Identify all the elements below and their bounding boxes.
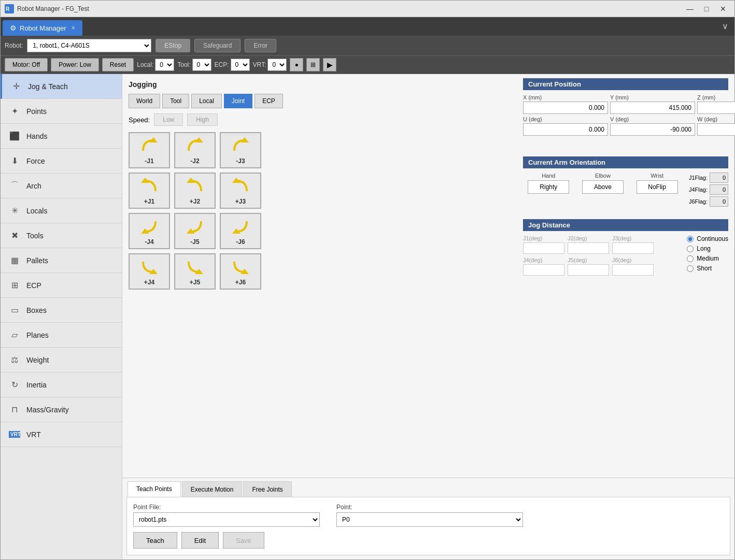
- jog-pos-j3[interactable]: +J3: [220, 173, 261, 209]
- radio-long[interactable]: Long: [687, 245, 728, 252]
- sidebar-item-weight[interactable]: ⚖ Weight: [1, 348, 122, 372]
- sidebar-item-hands[interactable]: ⬛ Hands: [1, 124, 122, 149]
- sidebar-item-planes[interactable]: ▱ Planes: [1, 323, 122, 348]
- tab-close-button[interactable]: ×: [72, 24, 75, 32]
- reset-button[interactable]: Reset: [102, 58, 134, 71]
- radio-short-input[interactable]: [687, 265, 694, 272]
- dist-j2-input[interactable]: [568, 242, 609, 254]
- terminal-icon-button[interactable]: ▶: [323, 58, 336, 71]
- pos-w-value[interactable]: [697, 123, 735, 136]
- speed-low-button[interactable]: Low: [154, 113, 183, 126]
- tab-free-joints[interactable]: Free Joints: [243, 481, 291, 497]
- jog-neg-j2[interactable]: -J2: [174, 132, 216, 168]
- local-select[interactable]: 0: [155, 59, 174, 71]
- jog-pos-j3-label: +J3: [235, 198, 246, 205]
- j1-flag-value[interactable]: [710, 173, 728, 183]
- dist-j6-input[interactable]: [612, 264, 654, 276]
- jog-mode-joint[interactable]: Joint: [224, 94, 252, 108]
- sidebar-item-boxes[interactable]: ▭ Boxes: [1, 298, 122, 323]
- sidebar-item-arch[interactable]: ⌒ Arch: [1, 174, 122, 198]
- robot-selector[interactable]: 1, robot1, C4-A601S: [27, 39, 151, 52]
- sidebar-item-force[interactable]: ⬇ Force: [1, 149, 122, 174]
- jog-neg-j5[interactable]: -J5: [174, 213, 216, 249]
- pos-z-value[interactable]: [697, 102, 735, 114]
- pos-x-value[interactable]: [523, 102, 608, 114]
- jog-neg-j6[interactable]: -J6: [220, 213, 261, 249]
- radio-continuous[interactable]: Continuous: [687, 235, 728, 242]
- orient-elbow-value[interactable]: [582, 180, 624, 194]
- j4-flag-label: J4Flag:: [689, 186, 708, 193]
- point-file-label: Point File:: [133, 504, 320, 511]
- current-position-section: Current Position X (mm): [517, 74, 734, 152]
- speed-row: Speed: Low High: [129, 113, 511, 126]
- error-button[interactable]: Error: [245, 39, 276, 52]
- jog-neg-j4[interactable]: -J4: [129, 213, 170, 249]
- minimize-button[interactable]: —: [683, 3, 697, 15]
- radio-long-input[interactable]: [687, 246, 694, 252]
- point-select[interactable]: P0: [336, 512, 523, 527]
- jog-mode-local[interactable]: Local: [191, 94, 222, 108]
- right-panels: Current Position X (mm): [517, 74, 734, 478]
- dist-j3-input[interactable]: [612, 242, 654, 254]
- jog-mode-ecp[interactable]: ECP: [255, 94, 283, 108]
- j4-flag-value[interactable]: [710, 184, 728, 195]
- sidebar-item-jog-teach[interactable]: ✛ Jog & Teach: [1, 74, 122, 99]
- radio-short[interactable]: Short: [687, 265, 728, 272]
- dist-j2: J2(deg): [568, 235, 609, 254]
- orient-hand-value[interactable]: [528, 180, 569, 194]
- sidebar-item-locals[interactable]: ✳ Locals: [1, 198, 122, 223]
- dist-j5-input[interactable]: [568, 264, 609, 276]
- sidebar-item-vrt[interactable]: VRT VRT: [1, 422, 122, 447]
- vrt-select[interactable]: 0: [267, 59, 287, 71]
- power-low-button[interactable]: Power: Low: [51, 58, 99, 71]
- maximize-button[interactable]: □: [699, 3, 714, 15]
- dist-j1-input[interactable]: [523, 242, 564, 254]
- jog-neg-j6-arrow: [230, 217, 251, 236]
- sidebar-item-ecp[interactable]: ⊞ ECP: [1, 273, 122, 298]
- estop-button[interactable]: EStop: [156, 39, 190, 52]
- point-file-select[interactable]: robot1.pts: [133, 512, 320, 527]
- teach-button[interactable]: Teach: [133, 532, 177, 549]
- safeguard-button[interactable]: Safeguard: [194, 39, 241, 52]
- jog-mode-tool[interactable]: Tool: [162, 94, 189, 108]
- jog-pos-j1[interactable]: +J1: [129, 173, 170, 209]
- pos-w: W (deg): [697, 116, 735, 136]
- pos-y-value[interactable]: [610, 102, 695, 114]
- pos-v-value[interactable]: [610, 123, 695, 136]
- j6-flag-value[interactable]: [710, 196, 728, 207]
- pos-u-value[interactable]: [523, 123, 608, 136]
- close-button[interactable]: ✕: [716, 3, 730, 15]
- save-button[interactable]: Save: [223, 532, 264, 549]
- radio-medium[interactable]: Medium: [687, 255, 728, 262]
- speed-high-button[interactable]: High: [187, 113, 218, 126]
- dist-j4-input[interactable]: [523, 264, 564, 276]
- jog-neg-j1[interactable]: -J1: [129, 132, 170, 168]
- ecp-select[interactable]: 0: [231, 59, 250, 71]
- sidebar-item-mass-gravity[interactable]: ⊓ Mass/Gravity: [1, 397, 122, 422]
- jog-pos-j2[interactable]: +J2: [174, 173, 216, 209]
- orient-wrist-value[interactable]: [637, 180, 678, 194]
- motor-off-button[interactable]: Motor: Off: [5, 58, 48, 71]
- grid-icon-button[interactable]: ⊞: [306, 58, 320, 71]
- tab-teach-points[interactable]: Teach Points: [128, 481, 181, 497]
- jog-pos-j5[interactable]: +J5: [174, 253, 216, 290]
- circle-icon-button[interactable]: ●: [290, 58, 303, 71]
- sidebar-item-pallets[interactable]: ▦ Pallets: [1, 248, 122, 273]
- jog-mode-world[interactable]: World: [129, 94, 160, 108]
- tab-execute-motion[interactable]: Execute Motion: [182, 481, 243, 497]
- tool-select[interactable]: 0: [192, 59, 211, 71]
- jog-neg-j3[interactable]: -J3: [220, 132, 261, 168]
- jog-pos-j5-label: +J5: [190, 279, 200, 286]
- robot-manager-tab[interactable]: ⚙ Robot Manager ×: [3, 20, 82, 36]
- sidebar-item-inertia[interactable]: ↻ Inertia: [1, 372, 122, 397]
- radio-medium-input[interactable]: [687, 255, 694, 262]
- radio-continuous-input[interactable]: [687, 236, 694, 242]
- jog-pos-j4[interactable]: +J4: [129, 253, 170, 290]
- sidebar-item-points[interactable]: ✦ Points: [1, 99, 122, 124]
- jog-pos-j6[interactable]: +J6: [220, 253, 261, 290]
- sidebar-item-tools[interactable]: ✖ Tools: [1, 223, 122, 248]
- jog-distance-title: Jog Distance: [523, 219, 728, 231]
- edit-button[interactable]: Edit: [181, 532, 219, 549]
- position-grid: X (mm) Y (mm) Z (mm): [523, 94, 735, 136]
- orient-elbow-label: Elbow: [595, 173, 611, 179]
